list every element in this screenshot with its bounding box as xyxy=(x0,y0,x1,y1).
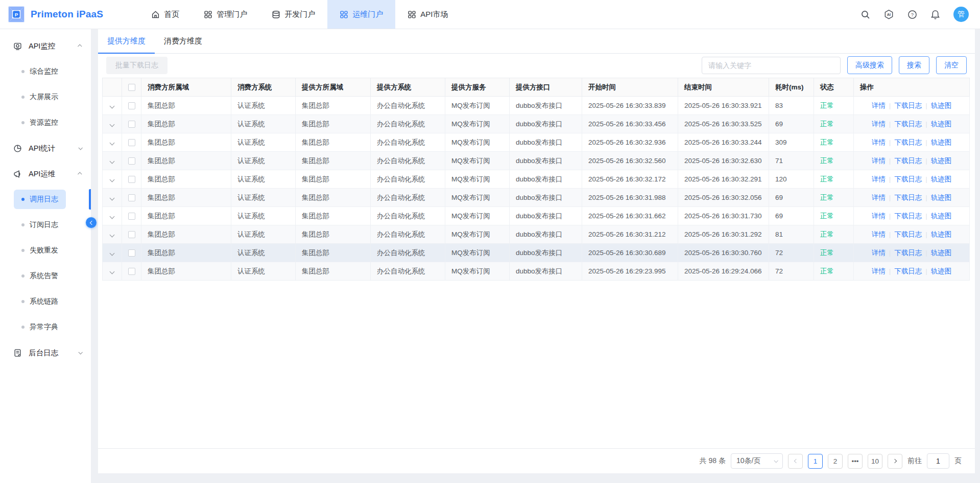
download-log-link[interactable]: 下载日志 xyxy=(894,231,922,238)
table-row[interactable]: 集团总部认证系统集团总部办公自动化系统MQ发布订阅dubbo发布接口2025-0… xyxy=(103,97,970,115)
detail-link[interactable]: 详情 xyxy=(872,212,886,220)
download-log-link[interactable]: 下载日志 xyxy=(894,249,922,257)
table-row[interactable]: 集团总部认证系统集团总部办公自动化系统MQ发布订阅dubbo发布接口2025-0… xyxy=(103,225,970,244)
prev-page-button[interactable] xyxy=(788,454,803,469)
sidebar-item[interactable]: 异常字典 xyxy=(0,314,91,340)
tab-1[interactable]: 消费方维度 xyxy=(155,29,211,53)
row-expand-icon[interactable] xyxy=(110,214,115,219)
row-expand-icon[interactable] xyxy=(110,104,115,109)
row-expand-icon[interactable] xyxy=(110,269,115,274)
table-row[interactable]: 集团总部认证系统集团总部办公自动化系统MQ发布订阅dubbo发布接口2025-0… xyxy=(103,133,970,152)
download-log-link[interactable]: 下载日志 xyxy=(894,267,922,275)
sidebar-item[interactable]: 系统链路 xyxy=(0,289,91,314)
sidebar-collapse-button[interactable] xyxy=(86,217,97,228)
detail-link[interactable]: 详情 xyxy=(872,175,886,183)
row-expand-icon[interactable] xyxy=(110,141,115,146)
trace-link[interactable]: 轨迹图 xyxy=(931,175,952,183)
table-row[interactable]: 集团总部认证系统集团总部办公自动化系统MQ发布订阅dubbo发布接口2025-0… xyxy=(103,170,970,189)
download-log-link[interactable]: 下载日志 xyxy=(894,212,922,220)
user-avatar[interactable]: 管 xyxy=(953,7,969,22)
detail-link[interactable]: 详情 xyxy=(872,267,886,275)
row-expand-icon[interactable] xyxy=(110,251,115,256)
table-row[interactable]: 集团总部认证系统集团总部办公自动化系统MQ发布订阅dubbo发布接口2025-0… xyxy=(103,189,970,207)
row-checkbox[interactable] xyxy=(128,268,135,275)
page-button-10[interactable]: 10 xyxy=(868,454,882,469)
table-row[interactable]: 集团总部认证系统集团总部办公自动化系统MQ发布订阅dubbo发布接口2025-0… xyxy=(103,207,970,225)
row-checkbox[interactable] xyxy=(128,121,135,128)
table-row[interactable]: 集团总部认证系统集团总部办公自动化系统MQ发布订阅dubbo发布接口2025-0… xyxy=(103,152,970,170)
nav-item-4[interactable]: API市场 xyxy=(395,0,460,29)
nav-item-2[interactable]: 开发门户 xyxy=(259,0,327,29)
trace-link[interactable]: 轨迹图 xyxy=(931,120,952,128)
download-log-link[interactable]: 下载日志 xyxy=(894,120,922,128)
sidebar-item[interactable]: 资源监控 xyxy=(0,110,91,135)
row-checkbox[interactable] xyxy=(128,249,135,257)
row-checkbox[interactable] xyxy=(128,157,135,165)
page-button-1[interactable]: 1 xyxy=(808,454,823,469)
sidebar-item[interactable]: 大屏展示 xyxy=(0,84,91,110)
batch-download-button[interactable]: 批量下载日志 xyxy=(106,57,168,74)
row-expand-icon[interactable] xyxy=(110,233,115,238)
ai-assistant-icon[interactable]: AI xyxy=(883,9,894,20)
sidebar-group-3[interactable]: 后台日志 xyxy=(0,340,91,365)
row-expand-icon[interactable] xyxy=(110,122,115,127)
detail-link[interactable]: 详情 xyxy=(872,194,886,201)
detail-link[interactable]: 详情 xyxy=(872,231,886,238)
detail-link[interactable]: 详情 xyxy=(872,102,886,109)
trace-link[interactable]: 轨迹图 xyxy=(931,249,952,257)
trace-link[interactable]: 轨迹图 xyxy=(931,139,952,146)
clear-button[interactable]: 清空 xyxy=(936,56,967,74)
search-button[interactable]: 搜索 xyxy=(899,56,929,74)
bell-icon[interactable] xyxy=(930,10,940,19)
select-all-checkbox[interactable] xyxy=(128,84,135,91)
sidebar-item[interactable]: 失败重发 xyxy=(0,238,91,263)
detail-link[interactable]: 详情 xyxy=(872,120,886,128)
trace-link[interactable]: 轨迹图 xyxy=(931,194,952,201)
page-size-select[interactable]: 10条/页 xyxy=(731,453,783,469)
page-ellipsis[interactable]: ••• xyxy=(848,454,863,469)
download-log-link[interactable]: 下载日志 xyxy=(894,194,922,201)
sidebar-group-2[interactable]: API运维 xyxy=(0,161,91,187)
row-checkbox[interactable] xyxy=(128,213,135,220)
detail-link[interactable]: 详情 xyxy=(872,249,886,257)
sidebar-group-0[interactable]: API监控 xyxy=(0,33,91,59)
table-row[interactable]: 集团总部认证系统集团总部办公自动化系统MQ发布订阅dubbo发布接口2025-0… xyxy=(103,262,970,281)
row-expand-icon[interactable] xyxy=(110,177,115,182)
row-expand-icon[interactable] xyxy=(110,196,115,201)
row-checkbox[interactable] xyxy=(128,176,135,183)
row-checkbox[interactable] xyxy=(128,231,135,238)
row-expand-icon[interactable] xyxy=(110,159,115,164)
trace-link[interactable]: 轨迹图 xyxy=(931,157,952,165)
table-row[interactable]: 集团总部认证系统集团总部办公自动化系统MQ发布订阅dubbo发布接口2025-0… xyxy=(103,244,970,262)
sidebar-group-1[interactable]: API统计 xyxy=(0,135,91,161)
download-log-link[interactable]: 下载日志 xyxy=(894,139,922,146)
download-log-link[interactable]: 下载日志 xyxy=(894,157,922,165)
keyword-input[interactable] xyxy=(702,57,841,74)
trace-link[interactable]: 轨迹图 xyxy=(931,267,952,275)
sidebar-item[interactable]: 订阅日志 xyxy=(0,212,91,238)
row-checkbox[interactable] xyxy=(128,139,135,146)
search-icon[interactable] xyxy=(861,10,870,19)
download-log-link[interactable]: 下载日志 xyxy=(894,102,922,109)
sidebar-item[interactable]: 系统告警 xyxy=(0,263,91,289)
detail-link[interactable]: 详情 xyxy=(872,157,886,165)
help-icon[interactable]: ? xyxy=(907,10,917,19)
tab-0[interactable]: 提供方维度 xyxy=(98,29,155,53)
row-checkbox[interactable] xyxy=(128,194,135,201)
next-page-button[interactable] xyxy=(888,454,902,469)
nav-item-0[interactable]: 首页 xyxy=(139,0,192,29)
advanced-search-button[interactable]: 高级搜索 xyxy=(847,56,892,74)
detail-link[interactable]: 详情 xyxy=(872,139,886,146)
table-row[interactable]: 集团总部认证系统集团总部办公自动化系统MQ发布订阅dubbo发布接口2025-0… xyxy=(103,115,970,133)
trace-link[interactable]: 轨迹图 xyxy=(931,102,952,109)
sidebar-item[interactable]: 综合监控 xyxy=(0,59,91,84)
goto-page-input[interactable] xyxy=(927,453,949,469)
trace-link[interactable]: 轨迹图 xyxy=(931,231,952,238)
row-checkbox[interactable] xyxy=(128,102,135,109)
download-log-link[interactable]: 下载日志 xyxy=(894,175,922,183)
nav-item-1[interactable]: 管理门户 xyxy=(192,0,259,29)
page-button-2[interactable]: 2 xyxy=(828,454,843,469)
trace-link[interactable]: 轨迹图 xyxy=(931,212,952,220)
sidebar-item[interactable]: 调用日志 xyxy=(0,187,91,212)
nav-item-3[interactable]: 运维门户 xyxy=(327,0,395,29)
